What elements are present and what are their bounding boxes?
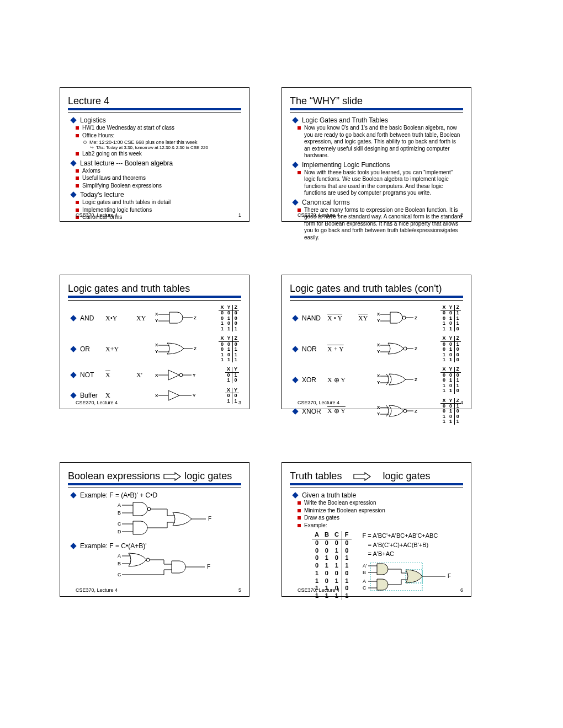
bullet: Implementing Logic Functions (290, 161, 463, 169)
slide-body: Example: F = (A•B)' + C•D A B C D (68, 491, 241, 582)
diamond-icon (292, 492, 298, 498)
gate-expr: X ⊕ Y (327, 407, 358, 415)
diamond-icon (292, 199, 298, 205)
slide-title: Logic gates and truth tables (68, 283, 241, 295)
diamond-icon (70, 393, 76, 399)
footer: CSE370, Lecture 4 (76, 212, 118, 218)
footer: CSE370, Lecture 4 (298, 212, 339, 218)
row-not: NOT X X' X Y XY0110 (68, 367, 241, 383)
svg-text:Z: Z (194, 315, 196, 320)
diamond-icon (292, 162, 298, 168)
divider-blue (68, 296, 241, 298)
bullet: Draw as gates (298, 515, 463, 522)
bullet: Given a truth table (290, 491, 463, 499)
gate-name: XOR (302, 376, 327, 384)
eq: = A'B(C'+C)+AC(B'+B) (368, 540, 456, 550)
text: Now you know 0's and 1's and the basic B… (304, 125, 463, 159)
gate-expr: X + Y (327, 345, 358, 354)
arrow-right-icon (353, 472, 371, 481)
diamond-icon (292, 346, 298, 352)
square-icon (298, 516, 301, 520)
text: Useful laws and theorems (82, 175, 146, 182)
bullet: Write the Boolean expression (298, 500, 463, 507)
text: Minimize the Boolean expression (304, 507, 385, 515)
truth-table: XY0110 (225, 367, 239, 383)
slide-2: The “WHY” slide Logic Gates and Truth Ta… (282, 87, 471, 222)
text: Example: F = C•(A+B)' (80, 542, 147, 550)
text: Logistics (80, 116, 106, 124)
truth-table: XYZ001011101110 (440, 305, 461, 331)
text: Axioms (82, 168, 100, 175)
bullet: Logic Gates and Truth Tables (290, 116, 463, 124)
divider-blue (290, 108, 463, 110)
svg-text:F: F (207, 564, 210, 570)
slide-title: Logic gates and truth tables (con't) (290, 283, 463, 295)
gate-name: NOT (80, 371, 105, 379)
svg-text:C: C (363, 585, 367, 591)
square-icon (76, 176, 79, 180)
svg-text:Y: Y (377, 318, 380, 323)
text: Canonical forms (302, 199, 350, 206)
svg-text:A': A' (363, 563, 367, 569)
truth-table: XYZ001010100111 (440, 398, 461, 425)
square-icon (76, 201, 79, 204)
square-icon (298, 171, 301, 174)
bullet: Example: (298, 522, 463, 529)
text: Given a truth table (302, 491, 356, 499)
and-gate-icon: X Y Z (155, 311, 199, 326)
circuit-diagram-1: A B C D F (118, 501, 241, 539)
bullet: Office Hours: (76, 132, 241, 140)
gate-expr: X • Y (327, 314, 358, 323)
slide-body: Logistics HW1 due Wednesday at start of … (68, 116, 241, 221)
bullet: There are many forms to expression one B… (298, 207, 463, 242)
text: Last lecture --- Boolean algebra (80, 159, 173, 167)
truth-table: XYZ001010100110 (440, 336, 461, 362)
slide-title: Lecture 4 (68, 95, 241, 107)
svg-text:Z: Z (415, 346, 417, 351)
bullet: Useful laws and theorems (76, 175, 241, 182)
svg-text:Z: Z (194, 346, 196, 351)
square-icon (76, 126, 79, 130)
text: Lab2 going on this week (82, 151, 142, 158)
bullet-logistics: Logistics (68, 116, 241, 124)
text: There are many forms to expression one B… (304, 207, 463, 242)
svg-text:X: X (155, 373, 158, 378)
svg-text:Y: Y (377, 411, 380, 416)
bullet: HW1 due Wednesday at start of class (76, 125, 241, 132)
svg-text:F: F (208, 516, 211, 522)
text: Write the Boolean expression (304, 500, 376, 507)
row-nor: NOR X + Y X Y Z XYZ001010100110 (290, 336, 463, 362)
slide-title: Truth tables logic gates (290, 470, 463, 482)
gate-name: XNOR (302, 408, 327, 415)
slide-body: AND X•Y XY X Y Z XYZ000010100111 (68, 305, 241, 404)
square-icon (76, 208, 79, 212)
arrow-right-icon (163, 472, 182, 481)
bullet-lastlecture: Last lecture --- Boolean algebra (68, 159, 241, 167)
bullet: Example: F = C•(A+B)' (68, 542, 241, 550)
square-icon (298, 208, 301, 212)
slide-body: NAND X • Y XY X Y Z XYZ001011101110 (290, 305, 463, 425)
text: Logic gates and truth tables in detail (82, 199, 171, 206)
svg-point-45 (403, 409, 407, 413)
row-or: OR X+Y X Y Z XYZ000011101111 (68, 336, 241, 362)
diamond-icon (292, 315, 298, 321)
page-number: 3 (238, 400, 241, 405)
divider-blue (68, 483, 241, 485)
svg-text:F: F (448, 573, 451, 579)
slide-5: Boolean expressions logic gates Example:… (60, 462, 249, 597)
bullet: Minimize the Boolean expression (298, 507, 463, 515)
diamond-icon (70, 543, 76, 549)
svg-text:A: A (118, 502, 121, 508)
footer: CSE370, Lecture 4 (298, 400, 339, 405)
svg-text:X: X (377, 405, 380, 410)
gate-name: Buffer (80, 392, 105, 399)
svg-text:Z: Z (415, 315, 417, 320)
svg-text:X: X (377, 312, 380, 317)
title-part-a: Truth tables (290, 470, 342, 481)
title-part-a: Boolean expressions (68, 470, 160, 481)
divider-thin (68, 488, 241, 488)
svg-text:Y: Y (155, 318, 158, 323)
footer: CSE370, Lecture 4 (76, 400, 118, 405)
diamond-icon (70, 315, 76, 321)
footer: CSE370, Lecture 4 (298, 587, 339, 593)
